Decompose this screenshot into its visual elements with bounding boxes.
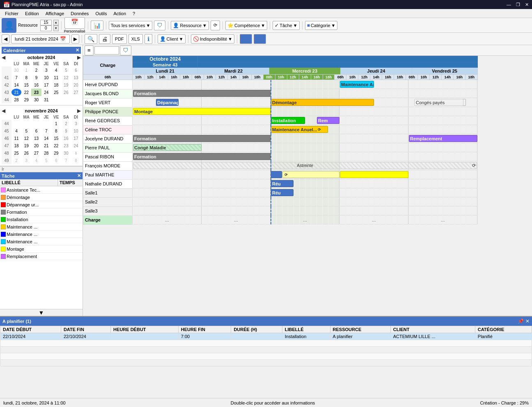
resource-grid-area[interactable]: InstallationRem xyxy=(133,116,478,125)
cal-day[interactable]: 21 xyxy=(11,89,21,96)
cal-day[interactable]: 14 xyxy=(41,135,51,142)
maximize-btn[interactable]: ❐ xyxy=(516,2,520,7)
cal-day[interactable]: 30 xyxy=(31,96,41,103)
task-bar[interactable]: ⟳ xyxy=(282,171,339,178)
cal-day[interactable]: 30 xyxy=(11,66,21,74)
resource-grid-area[interactable]: Astreinte⟳ xyxy=(133,161,478,170)
cal-day[interactable]: 19 xyxy=(61,81,71,89)
cal-day[interactable]: 29 xyxy=(21,96,31,103)
tache-scroll-down[interactable]: ▼ xyxy=(0,309,83,316)
search-btn[interactable]: 🔍 xyxy=(85,34,97,44)
cal-day[interactable]: 25 xyxy=(11,149,21,157)
bottom-pin-btn[interactable]: 📌 xyxy=(518,318,524,324)
menu-affichage[interactable]: Affichage xyxy=(42,10,68,17)
task-bar[interactable]: Rem xyxy=(317,117,339,124)
cal-day[interactable]: 6 xyxy=(31,127,41,135)
cal-day[interactable]: 5 xyxy=(61,66,71,74)
tache-list-item[interactable]: Remplacement xyxy=(0,253,83,260)
cal-day[interactable]: 1 xyxy=(71,149,81,157)
cal-day[interactable]: 11 xyxy=(51,74,61,81)
cal-day[interactable]: 18 xyxy=(51,81,61,89)
cal-day[interactable]: 28 xyxy=(11,96,21,103)
ressource-extra-btn[interactable]: ⟳ xyxy=(211,21,220,30)
indispo-dropdown[interactable]: 🚫 Indisponibilité ▼ xyxy=(191,34,235,43)
resource-grid-area[interactable]: Congé Maladie xyxy=(133,143,478,152)
prev-btn[interactable]: ◀ xyxy=(2,34,9,43)
cal-day[interactable]: 17 xyxy=(71,135,81,142)
cal-day[interactable]: 22 xyxy=(51,142,61,149)
resource-grid-area[interactable] xyxy=(133,197,478,206)
cal-day[interactable]: 7 xyxy=(11,74,21,81)
cal-day[interactable]: 2 xyxy=(61,120,71,127)
resource-spinner[interactable] xyxy=(40,20,52,31)
planning-scroll[interactable]: Charge Octobre 2024 Semaine 43 Lundi 21M… xyxy=(83,56,532,316)
menu-action[interactable]: Action xyxy=(110,10,130,17)
cal-day[interactable]: 28 xyxy=(41,149,51,157)
cal-day[interactable]: 4 xyxy=(51,66,61,74)
tache-list-item[interactable]: Maintenance ... xyxy=(0,238,83,245)
spinner-top-input[interactable] xyxy=(40,20,52,25)
task-bar[interactable]: Formation xyxy=(133,135,271,142)
cal-day[interactable]: 13 xyxy=(31,135,41,142)
task-bar[interactable]: Maintenance Annuelle⟳ xyxy=(340,81,374,88)
tache-list-item[interactable]: Maintenance ... xyxy=(0,223,83,231)
ressource-dropdown[interactable]: 👤 Ressource ▼ xyxy=(171,21,209,30)
task-bar[interactable]: Réu xyxy=(271,189,294,196)
task-bar[interactable]: Installation xyxy=(271,117,305,124)
task-bar[interactable] xyxy=(271,171,282,178)
calendar-picker-btn[interactable]: 📅 xyxy=(60,36,66,42)
cal-day[interactable]: 20 xyxy=(31,142,41,149)
table-row[interactable]: 22/10/2024 22/10/2024 7:00 Installation … xyxy=(0,333,532,340)
cal-day[interactable]: 24 xyxy=(41,89,51,96)
cal-day[interactable]: 7 xyxy=(41,127,51,135)
spinner-bottom-input[interactable] xyxy=(40,25,52,31)
resource-grid-area[interactable]: Maintenance Anuel...⟳ xyxy=(133,125,478,134)
cal-day[interactable]: 9 xyxy=(31,74,41,81)
cal-day[interactable] xyxy=(51,96,61,103)
resource-grid-area[interactable]: ⟳ xyxy=(133,170,478,179)
resource-grid-area[interactable]: Réu xyxy=(133,179,478,188)
cal-day[interactable]: 27 xyxy=(31,149,41,157)
cal-day[interactable]: 14 xyxy=(11,81,21,89)
personnalise-btn[interactable]: 📅 xyxy=(64,17,85,29)
cal-day[interactable]: 26 xyxy=(61,89,71,96)
client-dropdown[interactable]: 👤 Client ▼ xyxy=(158,34,186,43)
cal-day[interactable]: 21 xyxy=(41,142,51,149)
cal-day[interactable]: 16 xyxy=(61,135,71,142)
info-btn[interactable]: ℹ xyxy=(144,34,152,44)
cal-day[interactable]: 6 xyxy=(71,66,81,74)
planning-search-input[interactable] xyxy=(94,46,119,55)
nov-next-btn[interactable]: ▶ xyxy=(77,108,81,114)
cal-day[interactable]: 12 xyxy=(61,74,71,81)
tache-list-item[interactable]: Montage xyxy=(0,245,83,253)
tache-list-item[interactable]: Formation xyxy=(0,208,83,216)
competence-dropdown[interactable]: ⭐ Compétence ▼ xyxy=(225,21,267,30)
cal-day[interactable]: 8 xyxy=(71,157,81,164)
task-bar[interactable]: Astreinte⟳ xyxy=(133,162,477,169)
cal-day[interactable]: 26 xyxy=(21,149,31,157)
cal-day[interactable] xyxy=(31,120,41,127)
toggle-btn1[interactable] xyxy=(240,34,252,44)
cal-day[interactable]: 15 xyxy=(51,135,61,142)
task-bar[interactable]: Congés payés xyxy=(414,99,463,106)
cal-day[interactable]: 8 xyxy=(51,127,61,135)
task-bar[interactable]: Dépannage xyxy=(156,99,179,106)
planning-sort-btn[interactable]: ≡ xyxy=(85,46,94,55)
next-btn[interactable]: ▶ xyxy=(71,34,79,43)
cal-day[interactable]: 25 xyxy=(51,89,61,96)
menu-donnees[interactable]: Données xyxy=(67,10,92,17)
task-bar[interactable]: Démontage xyxy=(271,99,374,106)
cal-day[interactable]: 19 xyxy=(21,142,31,149)
cal-day[interactable] xyxy=(21,120,31,127)
resource-grid-area[interactable]: Formation xyxy=(133,89,478,98)
cal-day[interactable]: 22 xyxy=(21,89,31,96)
cal-day[interactable]: 3 xyxy=(41,66,51,74)
cal-day[interactable]: 27 xyxy=(71,89,81,96)
prev-month-btn[interactable]: ◀ xyxy=(2,55,5,60)
bottom-close-btn[interactable]: ✕ xyxy=(525,318,530,324)
tache-close-btn[interactable]: ✕ xyxy=(77,173,81,178)
cal-day[interactable] xyxy=(61,96,71,103)
spinner-up[interactable]: ▲ xyxy=(53,20,59,25)
spinner-arrows[interactable]: ▲ ▼ xyxy=(53,20,59,31)
cal-day[interactable]: 24 xyxy=(71,142,81,149)
